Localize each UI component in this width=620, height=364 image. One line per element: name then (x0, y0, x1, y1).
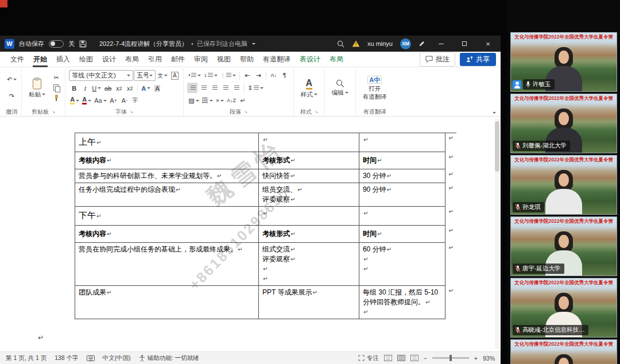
table-cell[interactable]: 90 分钟↵ (359, 183, 446, 207)
table-cell[interactable]: ↵ (259, 207, 359, 226)
align-right-button[interactable] (209, 83, 219, 93)
table-cell[interactable]: 营员参与的科研创新工作、未来学业规划等。↵ (75, 169, 259, 183)
user-avatar[interactable]: XM (400, 38, 411, 49)
share-button[interactable]: 共享 (460, 53, 496, 66)
table-cell[interactable]: ↵ (359, 133, 446, 152)
participant-tile[interactable]: 文化与传播学院2022年全国优秀大学生夏令营孙龙琪 (510, 155, 617, 215)
decrease-indent-button[interactable]: ⇤ (242, 70, 253, 80)
character-shading-button[interactable]: A (152, 83, 162, 94)
borders-button[interactable]: 田 (201, 95, 214, 106)
vertical-scrollbar[interactable] (495, 119, 499, 349)
strikethrough-button[interactable]: ab (103, 83, 113, 94)
numbered-list-button[interactable]: 1 (203, 70, 218, 80)
participant-tile[interactable]: 文化与传播学院2022年全国优秀大学生夏令营许敏玉 (510, 32, 617, 92)
subscript-button[interactable]: x2 (114, 83, 124, 94)
participant-tile[interactable]: 文化与传播学院2022年全国优秀大学生夏令营刘馨佩-湖北大学 (510, 94, 617, 153)
zoom-level[interactable]: 93% (483, 355, 495, 362)
paragraph-mark-button[interactable]: ↵ (238, 95, 248, 106)
dialog-launcher-icon[interactable]: ↘ (315, 110, 318, 114)
dialog-launcher-icon[interactable]: ↘ (52, 110, 55, 114)
enclose-character-button[interactable]: 字 (130, 95, 141, 106)
word-count[interactable]: 138 个字 (55, 354, 78, 362)
table-cell[interactable]: 时间↵ (359, 152, 446, 169)
underline-button[interactable]: U (91, 83, 102, 94)
increase-indent-button[interactable]: ⇥ (253, 70, 264, 80)
zoom-slider-thumb[interactable] (450, 355, 452, 361)
participant-tile[interactable]: 文化与传播学院2022年全国优秀大学生夏令营唐宇-延边大学 (510, 216, 617, 276)
bold-button[interactable]: B (69, 83, 79, 94)
redo-button[interactable]: ↷ (7, 91, 17, 101)
ribbon-tab[interactable]: 插入 (52, 52, 75, 67)
grow-font-button[interactable]: A+ (108, 95, 119, 106)
character-border-button[interactable]: A (169, 71, 180, 81)
search-icon[interactable] (337, 40, 344, 48)
print-layout-button[interactable] (397, 355, 405, 361)
autosave-toggle[interactable] (49, 40, 64, 48)
sort-az-button[interactable]: A↓Z (226, 95, 237, 106)
ribbon-tab[interactable]: 视图 (212, 52, 235, 67)
keyboard-icon[interactable] (87, 355, 95, 361)
ribbon-tab[interactable]: 设计 (98, 52, 121, 67)
open-youdao-button[interactable]: A中 打开 有道翻译 (359, 75, 390, 102)
table-cell[interactable]: 时间↵ (359, 226, 446, 243)
ribbon-tab[interactable]: 表设计 (295, 52, 325, 67)
bullet-list-button[interactable]: • (187, 70, 202, 80)
ribbon-tab[interactable]: 绘图 (75, 52, 98, 67)
zoom-slider[interactable] (432, 357, 469, 359)
superscript-button[interactable]: x2 (125, 83, 135, 94)
accessibility-status[interactable]: 辅助功能: 一切就绪 (139, 354, 199, 362)
asian-layout-button[interactable]: × (215, 95, 225, 106)
table-cell[interactable]: 任务小组完成过程中的综合表现↵ (75, 183, 259, 207)
cut-button[interactable]: ✂ (51, 72, 61, 83)
table-cell[interactable]: 快问快答↵ (259, 169, 359, 183)
show-marks-button[interactable]: ¶ (280, 70, 290, 80)
change-case-button[interactable]: Aa (93, 95, 107, 106)
zoom-out-button[interactable]: − (424, 355, 427, 362)
ribbon-tab[interactable]: 布局 (325, 52, 348, 67)
ribbon-tab[interactable]: 有道翻译 (258, 52, 295, 67)
read-mode-button[interactable] (384, 355, 392, 361)
sort-button[interactable]: A↓ (269, 70, 279, 80)
participant-tile[interactable]: 文化与传播学院2022年全国优秀大学生夏令营高晓彧-北京信息科技… (510, 278, 617, 338)
comments-button[interactable]: 批注 (420, 52, 455, 67)
shrink-font-button[interactable]: A- (119, 95, 130, 106)
table-cell[interactable]: 下午↵ (75, 207, 259, 226)
ribbon-tab[interactable]: 引用 (144, 52, 166, 67)
distribute-button[interactable] (231, 83, 241, 93)
text-effects-button[interactable]: A (140, 83, 152, 94)
web-layout-button[interactable] (410, 355, 418, 361)
page-indicator[interactable]: 第 1 页, 共 1 页 (6, 354, 46, 362)
zoom-in-button[interactable]: + (474, 355, 478, 362)
ribbon-tab[interactable]: 开始 (29, 52, 52, 67)
ribbon-tab[interactable]: 邮件 (166, 52, 189, 67)
save-icon[interactable] (79, 40, 87, 48)
participant-tile[interactable]: 文化与传播学院2022年全国优秀大学生夏令营 (510, 339, 617, 364)
shading-button[interactable]: ▨ (187, 95, 200, 106)
table-cell[interactable]: PPT 等成果展示↵ (259, 286, 359, 319)
document-canvas[interactable]: 魏雪怡 +8618510298650 上午↵↵↵↵考核内容↵考核形式↵时间↵↵营… (0, 117, 501, 351)
table-cell[interactable]: ↵ (359, 207, 446, 226)
table-cell[interactable]: 营员在协同完成小组任务的基础上，形成最终成果。↵ (75, 243, 259, 286)
table-cell[interactable]: 30 分钟↵ (359, 169, 446, 183)
ribbon-tab[interactable]: 帮助 (235, 52, 258, 67)
warning-icon[interactable] (352, 40, 360, 47)
font-name-select[interactable]: 等线 (中文正文) (69, 70, 133, 81)
line-spacing-button[interactable]: ⇕ (246, 83, 265, 93)
table-cell[interactable]: 考核形式↵ (259, 226, 359, 243)
collapse-ribbon-icon[interactable] (493, 112, 496, 114)
table-cell[interactable]: 上午↵ (75, 133, 259, 152)
align-center-button[interactable] (198, 83, 208, 93)
pen-icon[interactable] (418, 40, 425, 47)
table-cell[interactable]: 考核内容↵ (75, 152, 259, 169)
ribbon-tab[interactable]: 布局 (121, 52, 144, 67)
italic-button[interactable]: I (80, 83, 90, 94)
ribbon-tab[interactable]: 文件 (6, 52, 29, 67)
highlight-color-button[interactable]: A (69, 95, 80, 106)
styles-button[interactable]: A 样式 (297, 77, 321, 99)
font-size-select[interactable]: 五号 (134, 70, 156, 81)
table-cell[interactable]: 考核内容↵ (75, 226, 259, 243)
align-left-button[interactable] (187, 83, 197, 93)
table-cell[interactable]: 组式交流↵评委观察↵↵↵ (259, 243, 359, 286)
language-indicator[interactable]: 中文(中国) (103, 354, 131, 362)
table-cell[interactable]: 60 分钟↵↵↵ (359, 243, 446, 286)
